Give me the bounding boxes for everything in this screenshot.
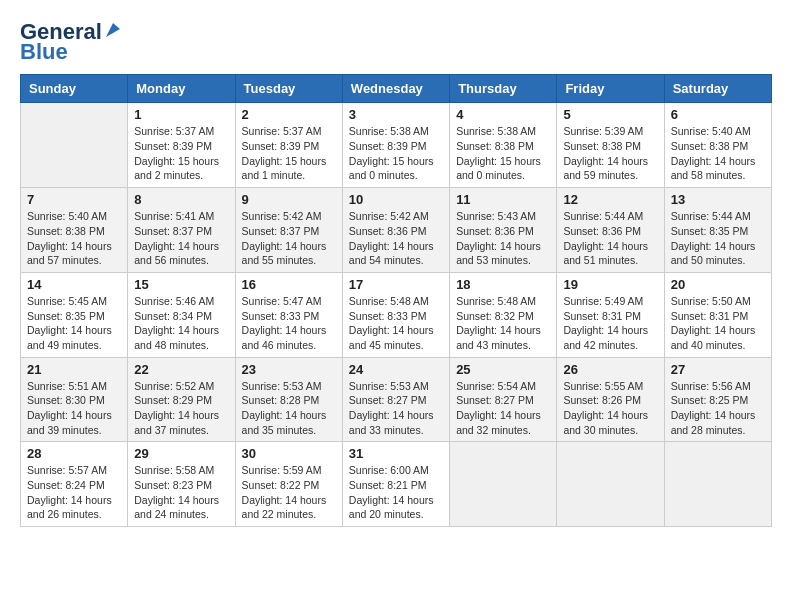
calendar-cell: 23Sunrise: 5:53 AM Sunset: 8:28 PM Dayli… [235, 357, 342, 442]
svg-marker-0 [106, 23, 120, 37]
calendar-cell: 17Sunrise: 5:48 AM Sunset: 8:33 PM Dayli… [342, 272, 449, 357]
day-info: Sunrise: 5:43 AM Sunset: 8:36 PM Dayligh… [456, 209, 550, 268]
calendar-cell [450, 442, 557, 527]
calendar-cell: 6Sunrise: 5:40 AM Sunset: 8:38 PM Daylig… [664, 103, 771, 188]
day-info: Sunrise: 5:37 AM Sunset: 8:39 PM Dayligh… [134, 124, 228, 183]
day-number: 10 [349, 192, 443, 207]
calendar-cell: 1Sunrise: 5:37 AM Sunset: 8:39 PM Daylig… [128, 103, 235, 188]
day-number: 12 [563, 192, 657, 207]
calendar-cell: 12Sunrise: 5:44 AM Sunset: 8:36 PM Dayli… [557, 188, 664, 273]
calendar-cell: 28Sunrise: 5:57 AM Sunset: 8:24 PM Dayli… [21, 442, 128, 527]
calendar-cell: 7Sunrise: 5:40 AM Sunset: 8:38 PM Daylig… [21, 188, 128, 273]
calendar-header-friday: Friday [557, 75, 664, 103]
day-info: Sunrise: 5:50 AM Sunset: 8:31 PM Dayligh… [671, 294, 765, 353]
calendar-cell: 15Sunrise: 5:46 AM Sunset: 8:34 PM Dayli… [128, 272, 235, 357]
day-info: Sunrise: 5:49 AM Sunset: 8:31 PM Dayligh… [563, 294, 657, 353]
calendar-cell: 8Sunrise: 5:41 AM Sunset: 8:37 PM Daylig… [128, 188, 235, 273]
calendar-week-5: 28Sunrise: 5:57 AM Sunset: 8:24 PM Dayli… [21, 442, 772, 527]
calendar-cell: 10Sunrise: 5:42 AM Sunset: 8:36 PM Dayli… [342, 188, 449, 273]
day-number: 15 [134, 277, 228, 292]
day-number: 9 [242, 192, 336, 207]
day-info: Sunrise: 5:56 AM Sunset: 8:25 PM Dayligh… [671, 379, 765, 438]
calendar-cell: 13Sunrise: 5:44 AM Sunset: 8:35 PM Dayli… [664, 188, 771, 273]
calendar-table: SundayMondayTuesdayWednesdayThursdayFrid… [20, 74, 772, 527]
page-header: General Blue [20, 20, 772, 64]
day-number: 24 [349, 362, 443, 377]
day-info: Sunrise: 5:39 AM Sunset: 8:38 PM Dayligh… [563, 124, 657, 183]
day-number: 23 [242, 362, 336, 377]
day-info: Sunrise: 5:44 AM Sunset: 8:36 PM Dayligh… [563, 209, 657, 268]
calendar-cell: 18Sunrise: 5:48 AM Sunset: 8:32 PM Dayli… [450, 272, 557, 357]
day-number: 22 [134, 362, 228, 377]
calendar-week-2: 7Sunrise: 5:40 AM Sunset: 8:38 PM Daylig… [21, 188, 772, 273]
day-info: Sunrise: 5:53 AM Sunset: 8:27 PM Dayligh… [349, 379, 443, 438]
day-number: 2 [242, 107, 336, 122]
day-info: Sunrise: 5:54 AM Sunset: 8:27 PM Dayligh… [456, 379, 550, 438]
calendar-header-tuesday: Tuesday [235, 75, 342, 103]
calendar-week-3: 14Sunrise: 5:45 AM Sunset: 8:35 PM Dayli… [21, 272, 772, 357]
day-number: 4 [456, 107, 550, 122]
day-info: Sunrise: 5:44 AM Sunset: 8:35 PM Dayligh… [671, 209, 765, 268]
day-info: Sunrise: 5:51 AM Sunset: 8:30 PM Dayligh… [27, 379, 121, 438]
calendar-cell: 20Sunrise: 5:50 AM Sunset: 8:31 PM Dayli… [664, 272, 771, 357]
calendar-header-wednesday: Wednesday [342, 75, 449, 103]
day-info: Sunrise: 5:41 AM Sunset: 8:37 PM Dayligh… [134, 209, 228, 268]
logo-bird-icon [104, 21, 122, 39]
day-number: 21 [27, 362, 121, 377]
day-info: Sunrise: 5:38 AM Sunset: 8:38 PM Dayligh… [456, 124, 550, 183]
day-number: 8 [134, 192, 228, 207]
calendar-cell: 9Sunrise: 5:42 AM Sunset: 8:37 PM Daylig… [235, 188, 342, 273]
day-number: 13 [671, 192, 765, 207]
day-number: 5 [563, 107, 657, 122]
calendar-cell: 3Sunrise: 5:38 AM Sunset: 8:39 PM Daylig… [342, 103, 449, 188]
calendar-cell: 21Sunrise: 5:51 AM Sunset: 8:30 PM Dayli… [21, 357, 128, 442]
day-number: 25 [456, 362, 550, 377]
calendar-header-saturday: Saturday [664, 75, 771, 103]
day-number: 3 [349, 107, 443, 122]
calendar-cell: 5Sunrise: 5:39 AM Sunset: 8:38 PM Daylig… [557, 103, 664, 188]
day-number: 26 [563, 362, 657, 377]
day-info: Sunrise: 5:37 AM Sunset: 8:39 PM Dayligh… [242, 124, 336, 183]
day-info: Sunrise: 5:46 AM Sunset: 8:34 PM Dayligh… [134, 294, 228, 353]
day-info: Sunrise: 5:42 AM Sunset: 8:37 PM Dayligh… [242, 209, 336, 268]
calendar-week-1: 1Sunrise: 5:37 AM Sunset: 8:39 PM Daylig… [21, 103, 772, 188]
day-number: 27 [671, 362, 765, 377]
calendar-cell: 22Sunrise: 5:52 AM Sunset: 8:29 PM Dayli… [128, 357, 235, 442]
day-number: 30 [242, 446, 336, 461]
day-info: Sunrise: 6:00 AM Sunset: 8:21 PM Dayligh… [349, 463, 443, 522]
calendar-cell: 25Sunrise: 5:54 AM Sunset: 8:27 PM Dayli… [450, 357, 557, 442]
day-info: Sunrise: 5:52 AM Sunset: 8:29 PM Dayligh… [134, 379, 228, 438]
calendar-week-4: 21Sunrise: 5:51 AM Sunset: 8:30 PM Dayli… [21, 357, 772, 442]
day-number: 7 [27, 192, 121, 207]
day-number: 20 [671, 277, 765, 292]
calendar-cell: 2Sunrise: 5:37 AM Sunset: 8:39 PM Daylig… [235, 103, 342, 188]
calendar-cell [21, 103, 128, 188]
day-number: 17 [349, 277, 443, 292]
day-info: Sunrise: 5:47 AM Sunset: 8:33 PM Dayligh… [242, 294, 336, 353]
day-number: 29 [134, 446, 228, 461]
day-info: Sunrise: 5:58 AM Sunset: 8:23 PM Dayligh… [134, 463, 228, 522]
day-number: 11 [456, 192, 550, 207]
day-info: Sunrise: 5:38 AM Sunset: 8:39 PM Dayligh… [349, 124, 443, 183]
calendar-cell: 24Sunrise: 5:53 AM Sunset: 8:27 PM Dayli… [342, 357, 449, 442]
day-info: Sunrise: 5:48 AM Sunset: 8:33 PM Dayligh… [349, 294, 443, 353]
calendar-cell: 30Sunrise: 5:59 AM Sunset: 8:22 PM Dayli… [235, 442, 342, 527]
calendar-header-thursday: Thursday [450, 75, 557, 103]
calendar-cell: 14Sunrise: 5:45 AM Sunset: 8:35 PM Dayli… [21, 272, 128, 357]
day-info: Sunrise: 5:55 AM Sunset: 8:26 PM Dayligh… [563, 379, 657, 438]
day-info: Sunrise: 5:48 AM Sunset: 8:32 PM Dayligh… [456, 294, 550, 353]
calendar-cell: 16Sunrise: 5:47 AM Sunset: 8:33 PM Dayli… [235, 272, 342, 357]
day-info: Sunrise: 5:40 AM Sunset: 8:38 PM Dayligh… [671, 124, 765, 183]
day-info: Sunrise: 5:59 AM Sunset: 8:22 PM Dayligh… [242, 463, 336, 522]
day-info: Sunrise: 5:40 AM Sunset: 8:38 PM Dayligh… [27, 209, 121, 268]
calendar-cell: 31Sunrise: 6:00 AM Sunset: 8:21 PM Dayli… [342, 442, 449, 527]
day-number: 1 [134, 107, 228, 122]
day-info: Sunrise: 5:42 AM Sunset: 8:36 PM Dayligh… [349, 209, 443, 268]
day-number: 31 [349, 446, 443, 461]
day-info: Sunrise: 5:57 AM Sunset: 8:24 PM Dayligh… [27, 463, 121, 522]
logo: General Blue [20, 20, 122, 64]
calendar-header-sunday: Sunday [21, 75, 128, 103]
day-info: Sunrise: 5:53 AM Sunset: 8:28 PM Dayligh… [242, 379, 336, 438]
calendar-cell: 19Sunrise: 5:49 AM Sunset: 8:31 PM Dayli… [557, 272, 664, 357]
day-number: 28 [27, 446, 121, 461]
